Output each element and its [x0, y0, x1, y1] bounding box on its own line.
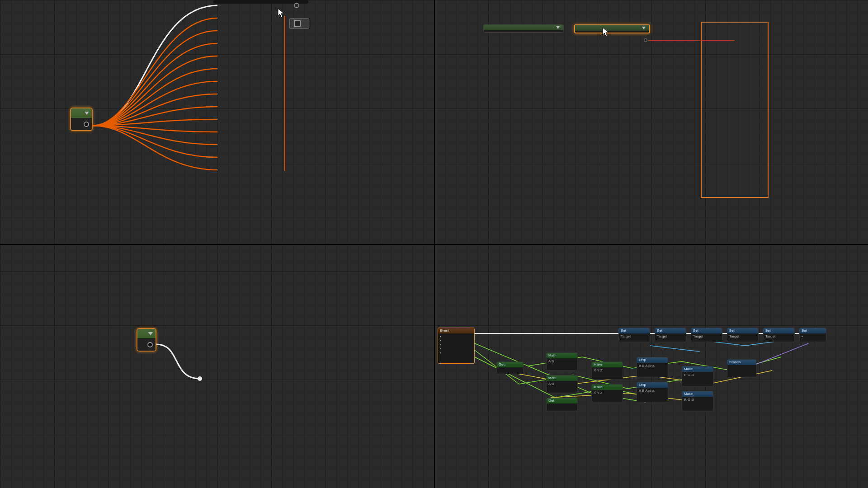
bp-node[interactable]: Set•: [799, 328, 826, 342]
bp-event-node[interactable]: Event •••••: [438, 328, 475, 364]
bp-node[interactable]: MakeR G B: [682, 391, 713, 411]
material-node-pins[interactable]: [213, 0, 308, 4]
bp-node[interactable]: MakeX Y Z: [591, 361, 623, 380]
bp-node[interactable]: SetTarget: [618, 328, 650, 342]
dropdown-icon[interactable]: [556, 26, 560, 29]
basecolor-output-pin[interactable]: [294, 3, 299, 8]
tooltip-checkbox-icon: [294, 20, 301, 27]
bp-node[interactable]: SetTarget: [763, 328, 795, 342]
bp-node[interactable]: SetTarget: [727, 328, 759, 342]
bp-node[interactable]: Get: [546, 398, 578, 411]
dropdown-icon[interactable]: [85, 112, 89, 115]
bp-node[interactable]: MakeX Y Z: [591, 384, 623, 402]
blueprint-graph[interactable]: Event ••••• SetTarget SetTarget SetTarge…: [438, 325, 831, 429]
output-pin[interactable]: [84, 122, 89, 127]
constant-node[interactable]: [70, 108, 93, 131]
make-output-pin[interactable]: [644, 38, 647, 42]
bp-node[interactable]: LerpA B Alpha: [637, 382, 668, 402]
selection-marquee: [701, 22, 769, 198]
bp-node[interactable]: MakeR G B: [682, 366, 713, 386]
dropdown-icon[interactable]: [642, 27, 646, 29]
bp-node[interactable]: LerpA B Alpha: [637, 357, 668, 377]
constant-node-2[interactable]: [137, 328, 156, 352]
bp-node[interactable]: Branch: [727, 359, 756, 377]
break-material-attributes-node[interactable]: [483, 24, 564, 33]
mouse-cursor-2: [602, 27, 609, 37]
place-node-tooltip: [289, 18, 309, 29]
bp-node[interactable]: Get: [496, 361, 524, 374]
bp-node[interactable]: SetTarget: [655, 328, 686, 342]
bp-node[interactable]: MathA B: [546, 375, 578, 393]
bp-node[interactable]: MathA B: [546, 352, 578, 371]
output-pin[interactable]: [147, 342, 153, 347]
bp-node[interactable]: SetTarget: [691, 328, 722, 342]
make-material-attributes-node[interactable]: [574, 24, 650, 33]
mouse-cursor: [278, 8, 285, 18]
dropdown-icon[interactable]: [148, 332, 153, 335]
